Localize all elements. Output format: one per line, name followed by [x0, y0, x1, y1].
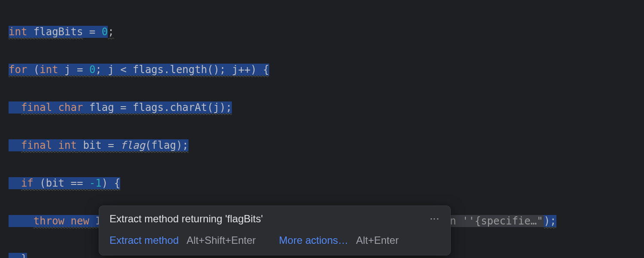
popup-title: Extract method returning 'flagBits' [109, 213, 263, 225]
code-line: final char flag = flags.charAt(j); [9, 98, 635, 117]
code-line: int flagBits = 0; [9, 22, 635, 41]
extract-method-action[interactable]: Extract method [109, 234, 179, 246]
code-line: if (bit == -1) { [9, 174, 635, 193]
more-options-icon[interactable]: ⋮ [429, 214, 440, 224]
more-actions-link[interactable]: More actions… [279, 234, 348, 246]
code-line: for (int j = 0; j < flags.length(); j++)… [9, 60, 635, 79]
intention-popup: Extract method returning 'flagBits' ⋮ Ex… [99, 206, 451, 255]
shortcut-label: Alt+Enter [356, 234, 398, 246]
code-line: final int bit = flag(flag); [9, 136, 635, 155]
shortcut-label: Alt+Shift+Enter [186, 234, 255, 246]
